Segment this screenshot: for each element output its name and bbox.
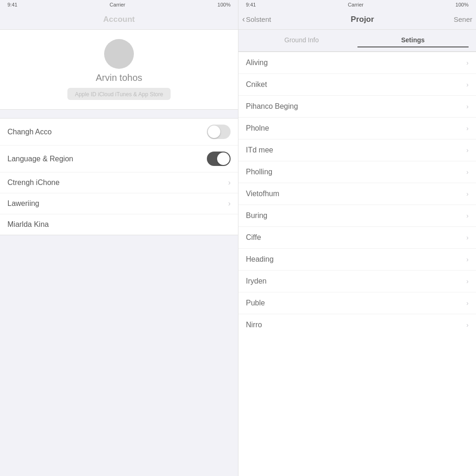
buring-label: Buring (246, 212, 267, 220)
list-item-pholling[interactable]: Pholling › (238, 161, 476, 183)
changh-acco-toggle-knob (208, 126, 220, 138)
segmented-control: Ground Info Setings (238, 30, 476, 52)
list-item-nirro[interactable]: Nirro › (238, 314, 476, 336)
ciffe-label: Ciffe (246, 233, 261, 242)
language-region-right (207, 152, 231, 166)
back-chevron-icon: ‹ (242, 14, 245, 24)
list-item-heading[interactable]: Heading › (238, 249, 476, 271)
right-nav-bar: ‹ Solstent Projor Sener (238, 9, 476, 30)
list-item-pholne[interactable]: Pholne › (238, 118, 476, 139)
ctrengh-ichone-label: Ctrengh iChone (7, 178, 60, 187)
language-region-toggle[interactable] (207, 152, 231, 166)
settings-list: Changh Acco Language & Region Ctrengh iC… (0, 118, 238, 235)
pholne-label: Pholne (246, 124, 269, 132)
settings-item-changh-acco[interactable]: Changh Acco (0, 119, 238, 145)
pihanco-beging-chevron-icon: › (466, 103, 469, 110)
heading-label: Heading (246, 255, 274, 264)
aliving-chevron-icon: › (466, 59, 469, 66)
cniket-chevron-icon: › (466, 81, 469, 88)
settings-item-ctrengh-ichone[interactable]: Ctrengh iChone › (0, 172, 238, 193)
iryden-chevron-icon: › (466, 278, 469, 285)
list-item-pihanco-beging[interactable]: Pihanco Beging › (238, 96, 476, 118)
puble-chevron-icon: › (466, 299, 469, 307)
left-status-bar: 9:41 Carrier 100% (0, 0, 238, 9)
miarlda-kina-label: Miarlda Kina (7, 220, 49, 229)
settings-item-language-region[interactable]: Language & Region (0, 145, 238, 172)
heading-chevron-icon: › (466, 256, 469, 263)
right-status-battery: 100% (456, 2, 469, 7)
right-list: Aliving › Cniket › Pihanco Beging › Phol… (238, 52, 476, 476)
right-status-time: 9:41 (246, 2, 256, 7)
profile-section: Arvin tohos Apple ID iCloud iTunes & App… (0, 30, 238, 110)
profile-sub-text: Apple ID iCloud iTunes & App Store (75, 91, 163, 98)
settings-item-laweriing[interactable]: Laweriing › (0, 193, 238, 214)
changh-acco-toggle[interactable] (207, 125, 231, 139)
nirro-chevron-icon: › (466, 321, 469, 329)
itd-mee-chevron-icon: › (466, 146, 469, 154)
list-item-cniket[interactable]: Cniket › (238, 74, 476, 96)
left-status-battery: 100% (218, 2, 231, 7)
profile-name: Arvin tohos (96, 73, 142, 83)
laweriing-right: › (228, 199, 231, 208)
list-item-vietofhum[interactable]: Vietofhum › (238, 183, 476, 205)
changh-acco-right (207, 125, 231, 139)
iryden-label: Iryden (246, 277, 266, 285)
language-region-toggle-knob (217, 152, 230, 165)
ciffe-chevron-icon: › (466, 234, 469, 241)
nav-back-button[interactable]: ‹ Solstent (242, 14, 271, 24)
vietofhum-label: Vietofhum (246, 190, 279, 198)
list-item-aliving[interactable]: Aliving › (238, 52, 476, 74)
pholling-chevron-icon: › (466, 168, 469, 176)
list-item-puble[interactable]: Puble › (238, 292, 476, 314)
nav-back-label: Solstent (246, 15, 271, 23)
seg-ground-info[interactable]: Ground Info (246, 33, 357, 47)
nirro-label: Nirro (246, 321, 262, 329)
seg-setings[interactable]: Setings (357, 33, 469, 47)
pholling-label: Pholling (246, 168, 272, 176)
itd-mee-label: ITd mee (246, 146, 273, 154)
ctrengh-ichone-right: › (228, 178, 231, 187)
right-panel: 9:41 Carrier 100% ‹ Solstent Projor Sene… (238, 0, 476, 476)
laweriing-label: Laweriing (7, 199, 39, 208)
right-status-carrier: Carrier (348, 2, 364, 7)
right-status-bar: 9:41 Carrier 100% (238, 0, 476, 9)
list-item-ciffe[interactable]: Ciffe › (238, 227, 476, 249)
list-item-iryden[interactable]: Iryden › (238, 271, 476, 292)
pholne-chevron-icon: › (466, 125, 469, 132)
left-status-carrier: Carrier (110, 2, 126, 7)
language-region-label: Language & Region (7, 155, 73, 163)
vietofhum-chevron-icon: › (466, 190, 469, 198)
left-nav-title: Account (103, 15, 135, 24)
right-nav-title: Projor (351, 15, 374, 24)
list-item-itd-mee[interactable]: ITd mee › (238, 139, 476, 161)
nav-action-button[interactable]: Sener (454, 15, 472, 23)
buring-chevron-icon: › (466, 212, 469, 219)
puble-label: Puble (246, 299, 265, 307)
left-nav-bar: Account (0, 9, 238, 30)
changh-acco-label: Changh Acco (7, 128, 52, 136)
aliving-label: Aliving (246, 59, 268, 67)
left-status-time: 9:41 (7, 2, 17, 7)
settings-item-miarlda-kina[interactable]: Miarlda Kina (0, 214, 238, 235)
list-item-buring[interactable]: Buring › (238, 205, 476, 227)
cniket-label: Cniket (246, 80, 267, 89)
left-panel: 9:41 Carrier 100% Account Arvin tohos Ap… (0, 0, 238, 476)
avatar (104, 39, 134, 69)
pihanco-beging-label: Pihanco Beging (246, 102, 298, 111)
profile-sub[interactable]: Apple ID iCloud iTunes & App Store (67, 88, 171, 100)
laweriing-chevron-icon: › (228, 199, 231, 208)
ctrengh-ichone-chevron-icon: › (228, 178, 231, 187)
